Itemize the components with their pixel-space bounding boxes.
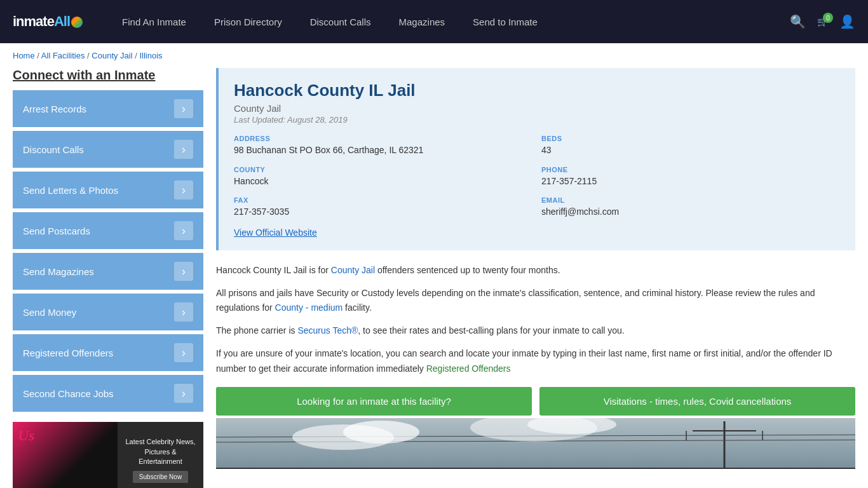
- ad-logo: Us: [18, 427, 35, 444]
- facility-description: Hancock County IL Jail is for County Jai…: [216, 263, 855, 377]
- chevron-right-icon: ›: [174, 140, 193, 159]
- email-value: sheriffj@mchsi.com: [541, 206, 840, 219]
- chevron-right-icon: ›: [174, 180, 193, 200]
- chevron-right-icon: ›: [174, 99, 193, 118]
- desc-para3: The phone carrier is Securus Tech®, to s…: [216, 323, 855, 339]
- nav-links: Find An Inmate Prison Directory Discount…: [108, 0, 790, 43]
- official-website-link[interactable]: View Official Website: [234, 227, 317, 238]
- ad-text: Latest Celebrity News, Pictures & Entert…: [118, 422, 203, 488]
- sidebar-send-postcards[interactable]: Send Postcards ›: [13, 212, 203, 249]
- sidebar-discount-calls[interactable]: Discount Calls ›: [13, 131, 203, 168]
- beds-value: 43: [541, 144, 840, 157]
- breadcrumb-county-jail[interactable]: County Jail: [92, 51, 132, 60]
- connect-title: Connect with an Inmate: [13, 68, 203, 83]
- breadcrumb-state[interactable]: Illinois: [139, 51, 162, 60]
- address-label: ADDRESS: [234, 135, 532, 142]
- facility-name: Hancock County IL Jail: [234, 81, 840, 100]
- address-item: ADDRESS 98 Buchanan St PO Box 66, Cartha…: [234, 135, 532, 157]
- chevron-right-icon: ›: [174, 343, 193, 362]
- ad-description: Latest Celebrity News, Pictures & Entert…: [123, 437, 198, 466]
- nav-discount-calls[interactable]: Discount Calls: [296, 0, 385, 43]
- fax-label: FAX: [234, 196, 532, 204]
- official-link: View Official Website: [234, 227, 840, 238]
- nav-actions: 🔍 🛒 0 👤: [790, 14, 855, 29]
- county-jail-link[interactable]: County Jail: [331, 265, 375, 275]
- sidebar-registered-offenders[interactable]: Registered Offenders ›: [13, 334, 203, 371]
- phone-item: PHONE 217-357-2115: [541, 166, 840, 188]
- nav-find-inmate[interactable]: Find An Inmate: [108, 0, 200, 43]
- breadcrumb-home[interactable]: Home: [13, 51, 35, 60]
- logo-text: inmateAll: [13, 13, 83, 30]
- logo[interactable]: inmateAll: [13, 13, 83, 30]
- chevron-right-icon: ›: [174, 221, 193, 240]
- advertisement: Us Latest Celebrity News, Pictures & Ent…: [13, 422, 203, 488]
- facility-card: Hancock County IL Jail County Jail Last …: [216, 68, 855, 250]
- sidebar: Connect with an Inmate Arrest Records › …: [13, 68, 203, 488]
- chevron-right-icon: ›: [174, 262, 193, 281]
- navbar: inmateAll Find An Inmate Prison Director…: [0, 0, 868, 43]
- footer-image: [216, 418, 855, 469]
- sidebar-send-magazines[interactable]: Send Magazines ›: [13, 253, 203, 290]
- email-item: EMAIL sheriffj@mchsi.com: [541, 196, 840, 219]
- registered-offenders-link[interactable]: Registered Offenders: [426, 363, 511, 374]
- facility-type: County Jail: [234, 103, 840, 114]
- visitations-button[interactable]: Visitations - times, rules, Covid cancel…: [539, 387, 855, 416]
- svg-point-8: [343, 421, 419, 444]
- fax-item: FAX 217-357-3035: [234, 196, 532, 219]
- main-content: Hancock County IL Jail County Jail Last …: [216, 68, 855, 488]
- looking-for-inmate-button[interactable]: Looking for an inmate at this facility?: [216, 387, 532, 416]
- desc-para4: If you are unsure of your inmate's locat…: [216, 346, 855, 377]
- county-medium-link[interactable]: County - medium: [275, 302, 343, 313]
- sidebar-send-money[interactable]: Send Money ›: [13, 294, 203, 330]
- desc-para1: Hancock County IL Jail is for County Jai…: [216, 263, 855, 278]
- county-value: Hancock: [234, 175, 532, 188]
- action-buttons: Looking for an inmate at this facility? …: [216, 387, 855, 416]
- email-label: EMAIL: [541, 196, 840, 204]
- beds-item: BEDS 43: [541, 135, 840, 157]
- address-value: 98 Buchanan St PO Box 66, Carthage, IL 6…: [234, 144, 532, 157]
- sidebar-send-letters[interactable]: Send Letters & Photos ›: [13, 172, 203, 208]
- nav-magazines[interactable]: Magazines: [385, 0, 459, 43]
- breadcrumb: Home / All Facilities / County Jail / Il…: [0, 43, 868, 68]
- sidebar-second-chance-jobs[interactable]: Second Chance Jobs ›: [13, 375, 203, 412]
- nav-prison-directory[interactable]: Prison Directory: [200, 0, 296, 43]
- ad-image: Us: [13, 422, 118, 488]
- main-container: Connect with an Inmate Arrest Records › …: [0, 68, 868, 488]
- landscape-illustration: [216, 418, 855, 469]
- securus-link[interactable]: Securus Tech®: [297, 325, 358, 336]
- chevron-right-icon: ›: [174, 302, 193, 322]
- facility-updated: Last Updated: August 28, 2019: [234, 115, 840, 125]
- county-item: COUNTY Hancock: [234, 166, 532, 188]
- phone-value: 217-357-2115: [541, 175, 840, 188]
- sidebar-arrest-records[interactable]: Arrest Records ›: [13, 90, 203, 127]
- nav-send-to-inmate[interactable]: Send to Inmate: [459, 0, 552, 43]
- fax-value: 217-357-3035: [234, 206, 532, 219]
- county-label: COUNTY: [234, 166, 532, 173]
- search-icon[interactable]: 🔍: [790, 14, 806, 29]
- desc-para2: All prisons and jails have Security or C…: [216, 286, 855, 316]
- chevron-right-icon: ›: [174, 384, 193, 403]
- beds-label: BEDS: [541, 135, 840, 142]
- phone-label: PHONE: [541, 166, 840, 173]
- user-icon[interactable]: 👤: [839, 14, 855, 29]
- cart-icon[interactable]: 🛒 0: [817, 17, 828, 27]
- cart-badge-count: 0: [823, 13, 833, 23]
- ad-subscribe-button[interactable]: Subscribe Now: [133, 471, 188, 483]
- info-grid: ADDRESS 98 Buchanan St PO Box 66, Cartha…: [234, 135, 840, 219]
- breadcrumb-all-facilities[interactable]: All Facilities: [41, 51, 85, 60]
